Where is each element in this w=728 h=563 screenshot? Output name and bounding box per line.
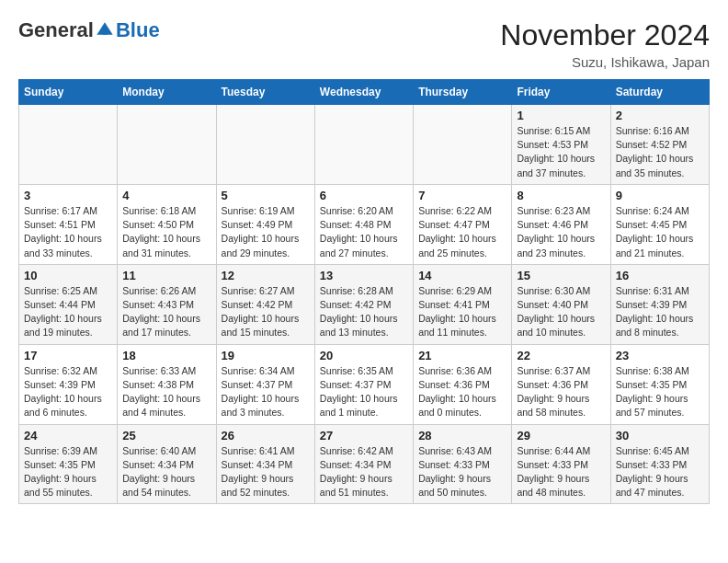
calendar-cell: 30Sunrise: 6:45 AM Sunset: 4:33 PM Dayli… xyxy=(610,424,709,504)
calendar-week-row: 3Sunrise: 6:17 AM Sunset: 4:51 PM Daylig… xyxy=(19,184,710,264)
calendar-cell: 24Sunrise: 6:39 AM Sunset: 4:35 PM Dayli… xyxy=(19,424,118,504)
day-detail: Sunrise: 6:15 AM Sunset: 4:53 PM Dayligh… xyxy=(517,124,605,180)
day-number: 9 xyxy=(616,189,704,202)
calendar-cell: 23Sunrise: 6:38 AM Sunset: 4:35 PM Dayli… xyxy=(610,344,709,424)
calendar-cell: 13Sunrise: 6:28 AM Sunset: 4:42 PM Dayli… xyxy=(314,264,413,344)
day-number: 22 xyxy=(517,349,605,362)
day-number: 13 xyxy=(320,269,408,282)
column-header-sunday: Sunday xyxy=(19,80,118,105)
column-header-friday: Friday xyxy=(512,80,610,105)
calendar-cell: 25Sunrise: 6:40 AM Sunset: 4:34 PM Dayli… xyxy=(118,424,216,504)
column-header-saturday: Saturday xyxy=(610,80,709,105)
calendar-cell: 15Sunrise: 6:30 AM Sunset: 4:40 PM Dayli… xyxy=(512,264,610,344)
calendar-cell: 2Sunrise: 6:16 AM Sunset: 4:52 PM Daylig… xyxy=(610,105,709,185)
logo-general: General xyxy=(18,18,94,42)
day-number: 1 xyxy=(517,109,605,122)
calendar-cell: 8Sunrise: 6:23 AM Sunset: 4:46 PM Daylig… xyxy=(512,184,610,264)
day-number: 12 xyxy=(222,269,310,282)
day-number: 23 xyxy=(616,349,704,362)
calendar-cell: 22Sunrise: 6:37 AM Sunset: 4:36 PM Dayli… xyxy=(512,344,610,424)
day-number: 18 xyxy=(122,349,210,362)
day-number: 20 xyxy=(320,349,408,362)
day-detail: Sunrise: 6:17 AM Sunset: 4:51 PM Dayligh… xyxy=(24,204,112,260)
calendar-week-row: 1Sunrise: 6:15 AM Sunset: 4:53 PM Daylig… xyxy=(19,105,710,185)
day-detail: Sunrise: 6:28 AM Sunset: 4:42 PM Dayligh… xyxy=(320,284,408,340)
calendar-cell: 3Sunrise: 6:17 AM Sunset: 4:51 PM Daylig… xyxy=(19,184,118,264)
calendar-cell: 17Sunrise: 6:32 AM Sunset: 4:39 PM Dayli… xyxy=(19,344,118,424)
day-detail: Sunrise: 6:24 AM Sunset: 4:45 PM Dayligh… xyxy=(616,204,704,260)
day-detail: Sunrise: 6:44 AM Sunset: 4:33 PM Dayligh… xyxy=(517,444,605,500)
month-title: November 2024 xyxy=(500,18,710,52)
day-number: 3 xyxy=(24,189,112,202)
title-block: November 2024 Suzu, Ishikawa, Japan xyxy=(500,18,710,70)
calendar-body: 1Sunrise: 6:15 AM Sunset: 4:53 PM Daylig… xyxy=(19,105,710,504)
day-number: 21 xyxy=(418,349,506,362)
calendar-table: SundayMondayTuesdayWednesdayThursdayFrid… xyxy=(18,79,710,504)
day-detail: Sunrise: 6:23 AM Sunset: 4:46 PM Dayligh… xyxy=(517,204,605,260)
calendar-cell: 10Sunrise: 6:25 AM Sunset: 4:44 PM Dayli… xyxy=(19,264,118,344)
day-number: 29 xyxy=(517,429,605,442)
day-number: 11 xyxy=(122,269,210,282)
day-detail: Sunrise: 6:26 AM Sunset: 4:43 PM Dayligh… xyxy=(122,284,210,340)
calendar-cell: 20Sunrise: 6:35 AM Sunset: 4:37 PM Dayli… xyxy=(314,344,413,424)
day-detail: Sunrise: 6:19 AM Sunset: 4:49 PM Dayligh… xyxy=(222,204,310,260)
day-detail: Sunrise: 6:16 AM Sunset: 4:52 PM Dayligh… xyxy=(616,124,704,180)
day-detail: Sunrise: 6:39 AM Sunset: 4:35 PM Dayligh… xyxy=(24,444,112,500)
calendar-cell: 12Sunrise: 6:27 AM Sunset: 4:42 PM Dayli… xyxy=(216,264,314,344)
day-detail: Sunrise: 6:33 AM Sunset: 4:38 PM Dayligh… xyxy=(122,364,210,420)
calendar-cell: 21Sunrise: 6:36 AM Sunset: 4:36 PM Dayli… xyxy=(414,344,512,424)
day-number: 2 xyxy=(616,109,704,122)
calendar-cell: 11Sunrise: 6:26 AM Sunset: 4:43 PM Dayli… xyxy=(118,264,216,344)
page-header: General Blue November 2024 Suzu, Ishikaw… xyxy=(18,18,710,70)
day-number: 25 xyxy=(122,429,210,442)
column-header-tuesday: Tuesday xyxy=(216,80,314,105)
day-detail: Sunrise: 6:38 AM Sunset: 4:35 PM Dayligh… xyxy=(616,364,704,420)
day-number: 30 xyxy=(616,429,704,442)
day-number: 17 xyxy=(24,349,112,362)
day-number: 8 xyxy=(517,189,605,202)
calendar-cell: 18Sunrise: 6:33 AM Sunset: 4:38 PM Dayli… xyxy=(118,344,216,424)
day-number: 19 xyxy=(222,349,310,362)
calendar-cell: 29Sunrise: 6:44 AM Sunset: 4:33 PM Dayli… xyxy=(512,424,610,504)
day-number: 28 xyxy=(418,429,506,442)
location: Suzu, Ishikawa, Japan xyxy=(500,54,710,70)
day-detail: Sunrise: 6:29 AM Sunset: 4:41 PM Dayligh… xyxy=(418,284,506,340)
day-number: 7 xyxy=(418,189,506,202)
calendar-cell: 19Sunrise: 6:34 AM Sunset: 4:37 PM Dayli… xyxy=(216,344,314,424)
calendar-cell: 27Sunrise: 6:42 AM Sunset: 4:34 PM Dayli… xyxy=(314,424,413,504)
day-detail: Sunrise: 6:31 AM Sunset: 4:39 PM Dayligh… xyxy=(616,284,704,340)
calendar-week-row: 17Sunrise: 6:32 AM Sunset: 4:39 PM Dayli… xyxy=(19,344,710,424)
calendar-cell xyxy=(414,105,512,185)
day-number: 5 xyxy=(222,189,310,202)
calendar-cell: 9Sunrise: 6:24 AM Sunset: 4:45 PM Daylig… xyxy=(610,184,709,264)
day-detail: Sunrise: 6:37 AM Sunset: 4:36 PM Dayligh… xyxy=(517,364,605,420)
calendar-header-row: SundayMondayTuesdayWednesdayThursdayFrid… xyxy=(19,80,710,105)
day-number: 24 xyxy=(24,429,112,442)
calendar-cell xyxy=(118,105,216,185)
day-detail: Sunrise: 6:35 AM Sunset: 4:37 PM Dayligh… xyxy=(320,364,408,420)
day-number: 16 xyxy=(616,269,704,282)
day-number: 4 xyxy=(122,189,210,202)
calendar-cell: 28Sunrise: 6:43 AM Sunset: 4:33 PM Dayli… xyxy=(414,424,512,504)
day-number: 6 xyxy=(320,189,408,202)
logo-blue: Blue xyxy=(116,18,160,42)
day-detail: Sunrise: 6:30 AM Sunset: 4:40 PM Dayligh… xyxy=(517,284,605,340)
logo: General Blue xyxy=(18,18,160,42)
day-detail: Sunrise: 6:41 AM Sunset: 4:34 PM Dayligh… xyxy=(222,444,310,500)
column-header-thursday: Thursday xyxy=(414,80,512,105)
day-number: 26 xyxy=(222,429,310,442)
calendar-cell: 4Sunrise: 6:18 AM Sunset: 4:50 PM Daylig… xyxy=(118,184,216,264)
column-header-monday: Monday xyxy=(118,80,216,105)
calendar-cell: 14Sunrise: 6:29 AM Sunset: 4:41 PM Dayli… xyxy=(414,264,512,344)
calendar-week-row: 24Sunrise: 6:39 AM Sunset: 4:35 PM Dayli… xyxy=(19,424,710,504)
calendar-cell xyxy=(314,105,413,185)
day-detail: Sunrise: 6:36 AM Sunset: 4:36 PM Dayligh… xyxy=(418,364,506,420)
day-detail: Sunrise: 6:43 AM Sunset: 4:33 PM Dayligh… xyxy=(418,444,506,500)
day-detail: Sunrise: 6:32 AM Sunset: 4:39 PM Dayligh… xyxy=(24,364,112,420)
column-header-wednesday: Wednesday xyxy=(314,80,413,105)
svg-rect-1 xyxy=(103,31,107,35)
day-number: 15 xyxy=(517,269,605,282)
calendar-cell xyxy=(216,105,314,185)
day-detail: Sunrise: 6:27 AM Sunset: 4:42 PM Dayligh… xyxy=(222,284,310,340)
day-detail: Sunrise: 6:42 AM Sunset: 4:34 PM Dayligh… xyxy=(320,444,408,500)
